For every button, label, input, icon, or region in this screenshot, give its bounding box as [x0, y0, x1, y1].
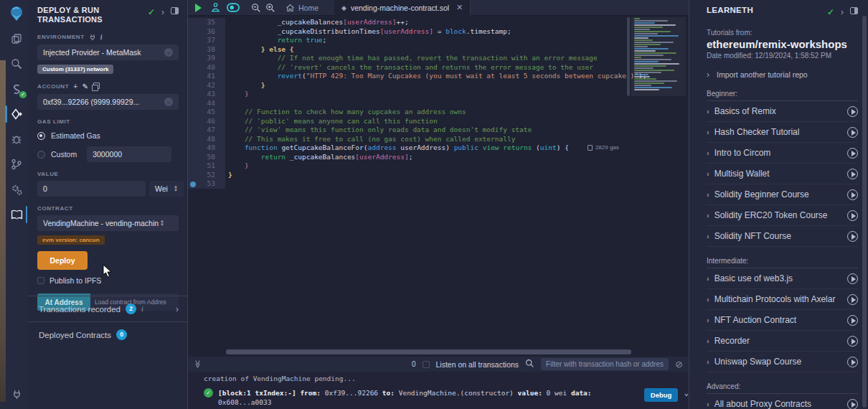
tutorial-item[interactable]: ›Basic use of web3.js: [707, 268, 858, 289]
unit-spinner-icon[interactable]: ▲▼: [174, 185, 178, 192]
file-tab[interactable]: ◆ vending-machine-contract.sol ✕: [334, 0, 471, 16]
tutorial-item[interactable]: ›Solidity NFT Course: [707, 226, 858, 247]
editor-scrollbar[interactable]: [627, 17, 630, 96]
deploy-button[interactable]: Deploy: [37, 251, 88, 270]
code-line[interactable]: 48 // This makes it free to call (no gas…: [188, 135, 689, 144]
learneth-icon[interactable]: [6, 204, 27, 225]
code-line[interactable]: 36 _cupcakeDistributionTimes[userAddress…: [188, 27, 689, 37]
code-line[interactable]: 53: [188, 179, 689, 189]
tutorial-item[interactable]: ›Hash Checker Tutorial: [707, 122, 858, 143]
close-tab-icon[interactable]: ✕: [456, 3, 463, 12]
custom-gas-radio[interactable]: [37, 151, 45, 159]
play-tutorial-icon[interactable]: [847, 189, 858, 200]
editor-minimap[interactable]: [631, 17, 686, 96]
clear-console-icon[interactable]: ⊘: [675, 359, 683, 370]
code-line[interactable]: 49 function getCupcakeBalanceFor(address…: [188, 144, 689, 153]
copy-account-icon[interactable]: [93, 83, 100, 89]
tutorial-item[interactable]: ›Multichain Protocols with Axelar: [707, 289, 858, 310]
home-tab[interactable]: Home: [286, 4, 319, 12]
code-line[interactable]: 44: [188, 99, 689, 108]
code-line[interactable]: 51 }: [188, 161, 689, 171]
panel-scrollbar[interactable]: [862, 16, 867, 408]
play-tutorial-icon[interactable]: [847, 294, 858, 305]
panel-chevron-icon[interactable]: ›: [841, 7, 844, 17]
play-tutorial-icon[interactable]: [847, 231, 858, 242]
deploy-and-run-icon[interactable]: [6, 103, 27, 125]
value-input[interactable]: [37, 181, 146, 197]
code-line[interactable]: 41 revert("HTTP 429: Too Many Cupcakes (…: [188, 72, 689, 81]
panel-chevron-icon[interactable]: ›: [161, 7, 164, 17]
git-icon[interactable]: [6, 154, 27, 175]
info-icon[interactable]: i: [141, 305, 143, 313]
transactions-recorded-row[interactable]: Transactions recorded 2 i ›: [27, 296, 187, 321]
code-line[interactable]: 47 // 'view' means this function only re…: [188, 126, 689, 135]
listen-all-checkbox[interactable]: [423, 361, 430, 368]
publish-ipfs-checkbox[interactable]: [37, 277, 44, 284]
run-script-icon[interactable]: [195, 4, 202, 12]
code-line[interactable]: 45 // Function to check how many cupcake…: [188, 108, 689, 117]
estimated-gas-radio[interactable]: [37, 132, 45, 140]
filter-input[interactable]: [541, 358, 669, 370]
code-line[interactable]: 42 }: [188, 81, 689, 90]
expand-chevron-icon[interactable]: ›: [176, 304, 179, 314]
plug-icon[interactable]: [6, 383, 27, 405]
play-tutorial-icon[interactable]: [847, 169, 858, 179]
edit-account-icon[interactable]: ✎: [82, 83, 89, 90]
tutorial-item[interactable]: ›Recorder: [707, 331, 858, 352]
code-line[interactable]: 46 // 'public' means anyone can call thi…: [188, 117, 689, 126]
play-tutorial-icon[interactable]: [847, 148, 858, 159]
toggle-icon[interactable]: [227, 3, 240, 12]
tutorial-item[interactable]: ›All about Proxy Contracts: [707, 394, 858, 409]
deployed-contracts-row[interactable]: Deployed Contracts 0: [27, 321, 187, 347]
contract-select[interactable]: VendingMachine - vending-machin ▲▼: [37, 215, 179, 231]
play-tutorial-icon[interactable]: [847, 106, 858, 117]
file-explorer-icon[interactable]: [6, 28, 27, 50]
play-tutorial-icon[interactable]: [847, 315, 858, 326]
tutorial-item[interactable]: ›NFT Auction Contract: [707, 310, 858, 331]
tutorial-item[interactable]: ›Intro to Circom: [707, 143, 858, 164]
play-tutorial-icon[interactable]: [847, 127, 858, 138]
value-unit-select[interactable]: Wei ▲▼: [149, 181, 184, 197]
zoom-out-icon[interactable]: [251, 3, 261, 13]
tutorial-item[interactable]: ›Uniswap Swap Course: [707, 352, 858, 372]
info-icon[interactable]: i: [100, 33, 103, 41]
remixd-icon[interactable]: [210, 2, 221, 13]
play-tutorial-icon[interactable]: [847, 273, 858, 284]
debug-button[interactable]: Debug: [644, 388, 679, 402]
expand-terminal-icon[interactable]: ≫: [193, 360, 202, 369]
code-line[interactable]: 39 // If not enough time has passed, rev…: [188, 54, 689, 63]
play-tutorial-icon[interactable]: [847, 357, 858, 367]
add-account-icon[interactable]: +: [73, 83, 77, 90]
panel-pin-icon[interactable]: [850, 7, 858, 14]
debugger-icon[interactable]: [6, 128, 27, 150]
solidity-compiler-icon[interactable]: ✓: [6, 78, 27, 100]
tutorial-item[interactable]: ›Solidity Beginner Course: [707, 184, 858, 205]
tutorial-item[interactable]: ›Solidity ERC20 Token Course: [707, 205, 858, 226]
tutorial-item[interactable]: ›Basics of Remix: [707, 101, 858, 122]
code-line[interactable]: 38 } else {: [188, 45, 689, 55]
account-select[interactable]: 0xf39...92266 (9999.99929... ⌄: [37, 94, 179, 110]
code-line[interactable]: 37 return true;: [188, 36, 689, 45]
search-icon[interactable]: [6, 53, 27, 75]
code-editor[interactable]: 35 _cupcakeBalances[userAddress]++;36 _c…: [188, 18, 689, 189]
play-tutorial-icon[interactable]: [847, 336, 858, 347]
play-tutorial-icon[interactable]: [847, 399, 858, 409]
transaction-log-entry[interactable]: ✓ [block:1 txIndex:-] from: 0xf39...9226…: [204, 388, 689, 409]
editor-horizontal-scrollbar[interactable]: [226, 349, 631, 354]
editor-gutter-dot[interactable]: [190, 182, 196, 187]
zoom-in-icon[interactable]: [265, 3, 275, 13]
custom-gas-input[interactable]: [87, 146, 171, 162]
play-tutorial-icon[interactable]: [847, 210, 858, 221]
remix-logo-icon[interactable]: [6, 3, 27, 24]
environment-select[interactable]: Injected Provider - MetaMask ⌄: [37, 44, 179, 60]
expand-log-chevron-icon[interactable]: ⌄: [684, 388, 689, 398]
import-repo-row[interactable]: › Import another tutorial repo: [707, 70, 858, 80]
plugin-manager-icon[interactable]: [6, 179, 27, 200]
panel-pin-icon[interactable]: [171, 7, 179, 14]
tutorial-item[interactable]: ›Multisig Wallet: [707, 164, 858, 184]
code-line[interactable]: 40 // 'revert' cancels the transaction a…: [188, 63, 689, 72]
code-line[interactable]: 43 }: [188, 90, 689, 99]
code-line[interactable]: 52}: [188, 171, 689, 180]
code-line[interactable]: 35 _cupcakeBalances[userAddress]++;: [188, 18, 689, 27]
code-line[interactable]: 50 return _cupcakeBalances[userAddress];: [188, 153, 689, 162]
